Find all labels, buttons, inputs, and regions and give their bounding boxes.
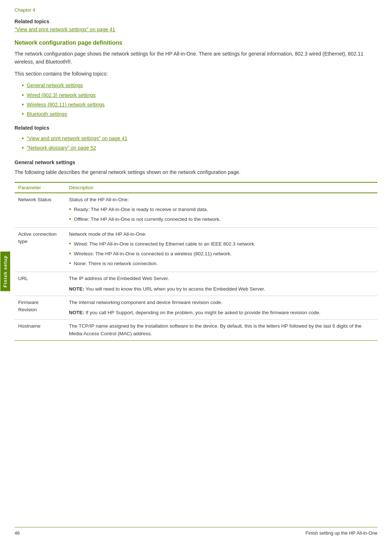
- network-settings-table: Parameter Description Network Status Sta…: [15, 182, 377, 341]
- table-row: Network Status Status of the HP All-in-O…: [15, 193, 377, 228]
- list-item: • Wired (802.3) network settings: [22, 91, 377, 99]
- bullet-icon: •: [69, 239, 71, 248]
- general-network-intro: The following table describes the genera…: [15, 168, 377, 176]
- param-cell: FirmwareRevision: [15, 296, 65, 320]
- general-network-settings: General network settings The following t…: [15, 159, 377, 341]
- bullet-icon: •: [69, 215, 71, 223]
- list-item: • Wired: The HP All-in-One is connected …: [69, 239, 374, 248]
- note-content: If you call HP Support, depending on the…: [86, 310, 320, 315]
- related-topics-2-label: Related topics: [15, 125, 377, 131]
- desc-cell: The internal networking component and de…: [65, 296, 377, 320]
- desc-main: The internal networking component and de…: [69, 299, 374, 306]
- topic-link-2[interactable]: Wired (802.3) network settings: [27, 92, 96, 98]
- table-row: FirmwareRevision The internal networking…: [15, 296, 377, 320]
- note-label: NOTE:: [69, 310, 86, 315]
- param-cell: Network Status: [15, 193, 65, 228]
- topic-link-4[interactable]: Bluetooth settings: [27, 111, 67, 117]
- network-config-body: The network configuration page shows the…: [15, 50, 377, 66]
- page-container: Finish setup Chapter 4 Related topics "V…: [0, 0, 392, 543]
- desc-bullets: • Wired: The HP All-in-One is connected …: [69, 239, 374, 268]
- desc-cell: The TCP/IP name assigned by the installa…: [65, 320, 377, 341]
- note-text: NOTE: If you call HP Support, depending …: [69, 309, 374, 316]
- desc-cell: Status of the HP All-in-One: • Ready: Th…: [65, 193, 377, 228]
- list-item: • None: There is no network connection.: [69, 259, 374, 268]
- bullet-text: Offline: The HP All-in-One is not curren…: [74, 216, 221, 223]
- side-tab-label: Finish setup: [0, 252, 10, 291]
- desc-cell: The IP address of the Embedded Web Serve…: [65, 272, 377, 296]
- table-header-desc: Description: [65, 182, 377, 193]
- bullet-icon: •: [22, 144, 24, 152]
- param-cell: Active connection type: [15, 228, 65, 272]
- bullet-icon: •: [22, 81, 24, 89]
- related-link-2-2[interactable]: "Network glossary" on page 52: [27, 145, 96, 151]
- table-header-param: Parameter: [15, 182, 65, 193]
- main-content: Chapter 4 Related topics "View and print…: [15, 7, 377, 543]
- related-topics-1: Related topics "View and print network s…: [15, 19, 377, 32]
- list-item: • "Network glossary" on page 52: [22, 144, 377, 152]
- bullet-icon: •: [69, 249, 71, 258]
- list-item: • Wireless (802.11) network settings: [22, 101, 377, 109]
- table-row: URL The IP address of the Embedded Web S…: [15, 272, 377, 296]
- topics-list: • General network settings • Wired (802.…: [22, 81, 377, 118]
- footer: 46 Finish setting up the HP All-in-One: [15, 527, 377, 536]
- list-item: • Offline: The HP All-in-One is not curr…: [69, 215, 374, 223]
- related-topics-2: Related topics • "View and print network…: [15, 125, 377, 152]
- bullet-text: Wired: The HP All-in-One is connected by…: [74, 240, 256, 248]
- footer-page-number: 46: [15, 530, 20, 536]
- param-cell: URL: [15, 272, 65, 296]
- topics-intro: This section contains the following topi…: [15, 70, 377, 78]
- list-item: • General network settings: [22, 81, 377, 89]
- topic-link-1[interactable]: General network settings: [27, 82, 83, 88]
- list-item: • "View and print network settings" on p…: [22, 134, 377, 142]
- related-link-1-1[interactable]: "View and print network settings" on pag…: [15, 27, 115, 32]
- bullet-icon: •: [22, 134, 24, 142]
- footer-section-label: Finish setting up the HP All-in-One: [306, 530, 377, 536]
- desc-bullets: • Ready: The HP All-in-One is ready to r…: [69, 205, 374, 223]
- table-row: Hostname The TCP/IP name assigned by the…: [15, 320, 377, 341]
- chapter-label: Chapter 4: [15, 7, 377, 13]
- bullet-icon: •: [22, 91, 24, 99]
- param-cell: Hostname: [15, 320, 65, 341]
- bullet-text: Ready: The HP All-in-One is ready to rec…: [74, 206, 208, 213]
- network-config-heading: Network configuration page definitions: [15, 40, 377, 46]
- list-item: • Bluetooth settings: [22, 110, 377, 118]
- topic-link-3[interactable]: Wireless (802.11) network settings: [27, 102, 105, 108]
- bullet-icon: •: [22, 110, 24, 118]
- bullet-icon: •: [22, 101, 24, 109]
- desc-main: Status of the HP All-in-One:: [69, 196, 374, 203]
- bullet-text: None: There is no network connection.: [74, 260, 158, 267]
- related-topics-1-label: Related topics: [15, 19, 377, 24]
- note-text: NOTE: You will need to know this URL whe…: [69, 285, 374, 293]
- related-link-2-1[interactable]: "View and print network settings" on pag…: [27, 135, 127, 141]
- related-topics-2-list: • "View and print network settings" on p…: [22, 134, 377, 152]
- desc-cell: Network mode of the HP All-in-One: • Wir…: [65, 228, 377, 272]
- note-label: NOTE:: [69, 286, 86, 292]
- network-config-section: Network configuration page definitions T…: [15, 40, 377, 118]
- general-network-heading: General network settings: [15, 159, 377, 165]
- desc-main: The IP address of the Embedded Web Serve…: [69, 275, 374, 282]
- list-item: • Ready: The HP All-in-One is ready to r…: [69, 205, 374, 214]
- desc-main: Network mode of the HP All-in-One:: [69, 231, 374, 238]
- note-content: You will need to know this URL when you …: [86, 286, 265, 292]
- side-tab: Finish setup: [0, 0, 10, 543]
- bullet-icon: •: [69, 259, 71, 268]
- list-item: • Wireless: The HP All-in-One is connect…: [69, 249, 374, 258]
- bullet-icon: •: [69, 205, 71, 214]
- bullet-text: Wireless: The HP All-in-One is connected…: [74, 250, 232, 258]
- table-row: Active connection type Network mode of t…: [15, 228, 377, 272]
